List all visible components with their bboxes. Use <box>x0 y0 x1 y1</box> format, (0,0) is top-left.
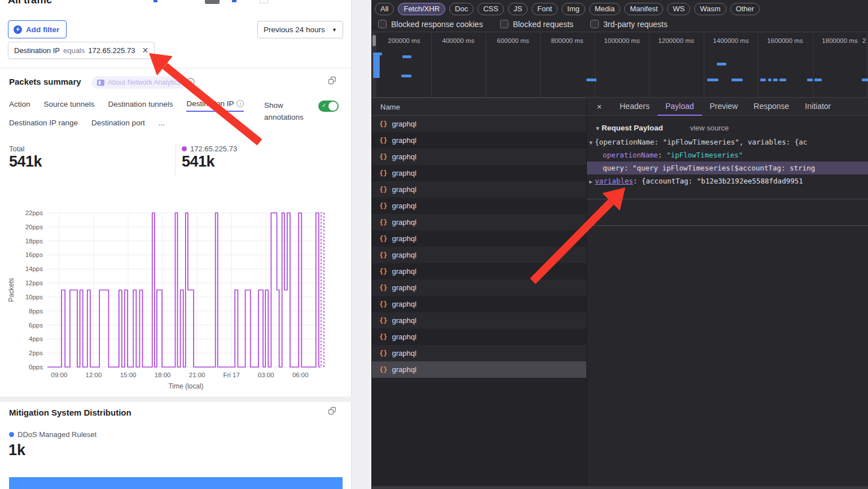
request-row[interactable]: {}graphql <box>372 198 586 214</box>
request-name: graphql <box>392 283 416 292</box>
request-row[interactable]: {}graphql <box>372 247 586 263</box>
request-row[interactable]: {}graphql <box>372 345 586 361</box>
request-row[interactable]: {}graphql <box>372 132 586 149</box>
tab-destination-tunnels[interactable]: Destination tunnels <box>108 99 173 112</box>
expand-triangle-icon[interactable]: ▶ <box>587 175 595 187</box>
tab-action[interactable]: Action <box>9 99 30 112</box>
filter-pill-js[interactable]: JS <box>508 3 528 15</box>
request-row[interactable]: {}graphql <box>372 181 586 198</box>
filter-pill-all[interactable]: All <box>375 3 394 15</box>
packets-summary-heading: Packets summary <box>9 77 81 86</box>
add-filter-button[interactable]: + Add filter <box>8 20 67 38</box>
plus-icon: + <box>14 25 22 34</box>
y-axis-tick-label: 10pps <box>25 294 43 300</box>
docs-icon <box>97 80 104 86</box>
request-type-filter-bar: AllFetch/XHRDocCSSJSFontImgMediaManifest… <box>372 0 868 16</box>
json-braces-icon: {} <box>379 153 387 161</box>
request-row[interactable]: {}graphql <box>372 312 586 329</box>
filter-pill-img[interactable]: Img <box>562 3 585 15</box>
mitigation-value: 1k <box>8 442 25 459</box>
analytics-card: All traffic + Add filter Previous 24 hou… <box>0 0 352 396</box>
checkbox-box[interactable] <box>590 20 599 28</box>
payload-divider <box>587 225 868 226</box>
payload-preview-line[interactable]: ▼{operationName: "ipFlowTimeseries", var… <box>587 136 868 149</box>
detail-tab-response[interactable]: Response <box>746 98 797 116</box>
request-row[interactable]: {}graphql <box>372 230 586 247</box>
network-waterfall-overview[interactable]: 200000 ms400000 ms600000 ms800000 ms1000… <box>372 33 868 98</box>
copy-icon[interactable] <box>328 407 337 416</box>
remove-filter-icon[interactable]: ✕ <box>142 46 148 55</box>
request-row[interactable]: {}graphql <box>372 263 586 280</box>
payload-property-query[interactable]: query: "query ipFlowTimeseries($accountT… <box>587 161 868 174</box>
filter-pill-font[interactable]: Font <box>532 3 558 15</box>
request-timing-mark <box>402 55 411 58</box>
tab-source-tunnels[interactable]: Source tunnels <box>44 99 95 112</box>
payload-property-variables[interactable]: ▶variables: {accountTag: "b12e3b2192ee55… <box>587 174 868 187</box>
detail-tab-headers[interactable]: Headers <box>612 98 657 116</box>
checkbox-box[interactable] <box>378 20 387 28</box>
filter-pill-other[interactable]: Other <box>730 3 760 15</box>
filter-pill-media[interactable]: Media <box>589 3 620 15</box>
checkbox-box[interactable] <box>500 20 508 28</box>
waterfall-gridline <box>431 33 432 98</box>
time-range-value: Previous 24 hours <box>264 25 325 34</box>
checkbox-3rd-party-requests[interactable]: 3rd-party requests <box>590 20 668 29</box>
request-row[interactable]: {}graphql <box>372 214 586 230</box>
view-source-link[interactable]: view source <box>690 124 729 132</box>
detail-tab-payload[interactable]: Payload <box>657 98 702 116</box>
close-icon[interactable]: × <box>587 102 612 111</box>
y-axis-tick-label: 2pps <box>29 350 43 356</box>
waterfall-gridline <box>595 33 595 98</box>
request-payload-title[interactable]: ▼Request Payload <box>595 124 663 132</box>
copy-icon[interactable] <box>328 76 337 85</box>
tab-destination-port[interactable]: Destination port <box>91 119 145 130</box>
request-name: graphql <box>392 202 416 210</box>
request-name: graphql <box>392 234 416 243</box>
filter-pill-fetch-xhr[interactable]: Fetch/XHR <box>398 3 445 15</box>
waterfall-time-label: 600000 ms <box>497 37 529 44</box>
payload-pane: ▼Request Payload view source ▼{operation… <box>587 116 868 187</box>
name-column-header[interactable]: Name <box>372 98 586 116</box>
mitigation-bar <box>9 477 343 489</box>
collapse-triangle-icon: ▼ <box>595 125 600 132</box>
request-row[interactable]: {}graphql <box>372 149 586 165</box>
tab-destination-ip[interactable]: Destination IPi <box>186 99 244 112</box>
filter-pill-manifest[interactable]: Manifest <box>624 3 663 15</box>
payload-divider <box>587 199 868 199</box>
filter-pill-ws[interactable]: WS <box>667 3 690 15</box>
x-axis-title: Time (local) <box>168 382 203 390</box>
filter-pill-wasm[interactable]: Wasm <box>694 3 726 15</box>
waterfall-scroll-thumb[interactable] <box>372 35 376 46</box>
json-braces-icon: {} <box>379 300 387 308</box>
request-name: graphql <box>392 316 416 325</box>
request-row[interactable]: {}graphql <box>372 296 586 312</box>
tab--[interactable]: ... <box>159 119 165 130</box>
checkbox-blocked-response-cookies[interactable]: Blocked response cookies <box>378 20 483 29</box>
checkbox-label: 3rd-party requests <box>603 20 668 29</box>
tab-destination-ip-range[interactable]: Destination IP range <box>9 119 78 130</box>
request-row[interactable]: {}graphql <box>372 116 586 132</box>
request-rows: {}graphql{}graphql{}graphql{}graphql{}gr… <box>372 116 586 378</box>
waterfall-gridline <box>867 33 867 98</box>
json-braces-icon: {} <box>379 120 387 128</box>
request-row[interactable]: {}graphql <box>372 280 586 296</box>
request-row[interactable]: {}graphql <box>372 329 586 345</box>
info-icon[interactable]: i <box>236 100 244 107</box>
filter-chip[interactable]: Destination IP equals 172.65.225.73 ✕ <box>8 42 155 59</box>
json-braces-icon: {} <box>379 366 387 374</box>
detail-tab-initiator[interactable]: Initiator <box>797 98 839 116</box>
filter-pill-css[interactable]: CSS <box>477 3 504 15</box>
waterfall-time-label: 400000 ms <box>442 37 475 44</box>
network-filter-checkboxes: Blocked response cookiesBlocked requests… <box>372 16 868 32</box>
about-network-analytics-badge[interactable]: About Network Analytics <box>91 76 186 89</box>
show-annotations-toggle[interactable]: ✓ <box>318 101 339 112</box>
checkbox-blocked-requests[interactable]: Blocked requests <box>500 20 573 29</box>
payload-property-operationName[interactable]: operationName: "ipFlowTimeseries" <box>587 149 868 161</box>
detail-tab-preview[interactable]: Preview <box>702 98 746 116</box>
request-row[interactable]: {}graphql <box>372 165 586 181</box>
y-axis-tick-label: 14pps <box>25 265 43 272</box>
filter-pill-doc[interactable]: Doc <box>449 3 474 15</box>
time-range-dropdown[interactable]: Previous 24 hours ▼ <box>257 21 343 38</box>
request-name: graphql <box>392 136 416 145</box>
request-row[interactable]: {}graphql <box>372 361 586 378</box>
